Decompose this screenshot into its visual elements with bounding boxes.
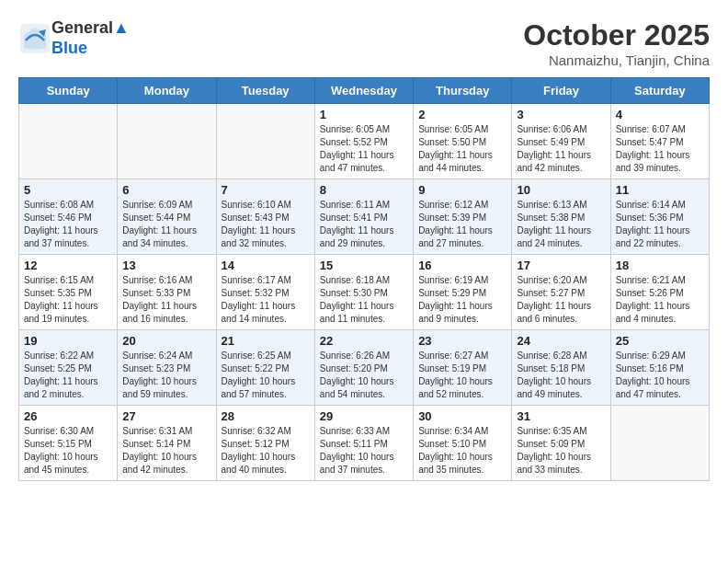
day-info: Sunrise: 6:35 AM Sunset: 5:09 PM Dayligh…	[517, 425, 605, 477]
calendar-cell-4-4: 22Sunrise: 6:26 AM Sunset: 5:20 PM Dayli…	[314, 330, 413, 406]
day-info: Sunrise: 6:17 AM Sunset: 5:32 PM Dayligh…	[222, 274, 310, 326]
calendar-cell-3-1: 12Sunrise: 6:15 AM Sunset: 5:35 PM Dayli…	[19, 255, 118, 330]
calendar-cell-1-3	[216, 104, 314, 179]
day-info: Sunrise: 6:26 AM Sunset: 5:20 PM Dayligh…	[320, 350, 408, 401]
logo: General▲ Blue	[18, 18, 130, 58]
logo-blue: ▲	[113, 18, 130, 37]
title-block: October 2025 Nanmaizhu, Tianjin, China	[523, 18, 710, 68]
day-info: Sunrise: 6:28 AM Sunset: 5:18 PM Dayligh…	[517, 350, 605, 401]
day-number: 26	[24, 409, 112, 423]
weekday-header-row: SundayMondayTuesdayWednesdayThursdayFrid…	[19, 78, 710, 104]
calendar-cell-3-6: 17Sunrise: 6:20 AM Sunset: 5:27 PM Dayli…	[512, 255, 610, 330]
calendar-cell-3-3: 14Sunrise: 6:17 AM Sunset: 5:32 PM Dayli…	[216, 255, 314, 330]
day-info: Sunrise: 6:21 AM Sunset: 5:26 PM Dayligh…	[616, 274, 704, 326]
day-number: 24	[517, 334, 605, 348]
day-info: Sunrise: 6:19 AM Sunset: 5:29 PM Dayligh…	[418, 274, 506, 326]
day-number: 5	[24, 183, 112, 197]
day-number: 29	[320, 409, 408, 423]
weekday-header-saturday: Saturday	[610, 78, 709, 104]
day-info: Sunrise: 6:08 AM Sunset: 5:46 PM Dayligh…	[24, 199, 112, 250]
calendar-cell-2-6: 10Sunrise: 6:13 AM Sunset: 5:38 PM Dayli…	[512, 179, 610, 255]
day-info: Sunrise: 6:30 AM Sunset: 5:15 PM Dayligh…	[24, 425, 112, 477]
calendar-cell-1-5: 2Sunrise: 6:05 AM Sunset: 5:50 PM Daylig…	[414, 104, 512, 179]
day-number: 22	[320, 334, 408, 348]
day-number: 21	[222, 334, 310, 348]
calendar-week-2: 5Sunrise: 6:08 AM Sunset: 5:46 PM Daylig…	[19, 179, 710, 255]
logo-line1: General	[51, 18, 113, 37]
calendar-cell-4-3: 21Sunrise: 6:25 AM Sunset: 5:22 PM Dayli…	[216, 330, 314, 406]
calendar-cell-4-5: 23Sunrise: 6:27 AM Sunset: 5:19 PM Dayli…	[414, 330, 512, 406]
day-number: 14	[222, 259, 310, 272]
calendar-cell-4-2: 20Sunrise: 6:24 AM Sunset: 5:23 PM Dayli…	[118, 330, 216, 406]
calendar-table: SundayMondayTuesdayWednesdayThursdayFrid…	[18, 77, 710, 481]
day-number: 16	[418, 259, 506, 272]
day-info: Sunrise: 6:16 AM Sunset: 5:33 PM Dayligh…	[122, 274, 210, 326]
calendar-cell-5-6: 31Sunrise: 6:35 AM Sunset: 5:09 PM Dayli…	[512, 406, 610, 481]
calendar-cell-3-7: 18Sunrise: 6:21 AM Sunset: 5:26 PM Dayli…	[610, 255, 709, 330]
calendar-cell-5-5: 30Sunrise: 6:34 AM Sunset: 5:10 PM Dayli…	[414, 406, 512, 481]
calendar-cell-1-4: 1Sunrise: 6:05 AM Sunset: 5:52 PM Daylig…	[314, 104, 413, 179]
calendar-cell-1-7: 4Sunrise: 6:07 AM Sunset: 5:47 PM Daylig…	[610, 104, 709, 179]
page-header: General▲ Blue October 2025 Nanmaizhu, Ti…	[18, 18, 710, 68]
day-number: 25	[616, 334, 704, 348]
day-number: 27	[122, 409, 210, 423]
calendar-cell-2-3: 7Sunrise: 6:10 AM Sunset: 5:43 PM Daylig…	[216, 179, 314, 255]
calendar-cell-3-4: 15Sunrise: 6:18 AM Sunset: 5:30 PM Dayli…	[314, 255, 413, 330]
day-info: Sunrise: 6:06 AM Sunset: 5:49 PM Dayligh…	[517, 123, 605, 175]
weekday-header-tuesday: Tuesday	[216, 78, 314, 104]
calendar-cell-2-5: 9Sunrise: 6:12 AM Sunset: 5:39 PM Daylig…	[414, 179, 512, 255]
day-info: Sunrise: 6:11 AM Sunset: 5:41 PM Dayligh…	[320, 199, 408, 250]
location-subtitle: Nanmaizhu, Tianjin, China	[523, 52, 710, 68]
day-info: Sunrise: 6:29 AM Sunset: 5:16 PM Dayligh…	[616, 350, 704, 401]
day-info: Sunrise: 6:05 AM Sunset: 5:52 PM Dayligh…	[320, 123, 408, 175]
calendar-cell-2-2: 6Sunrise: 6:09 AM Sunset: 5:44 PM Daylig…	[118, 179, 216, 255]
calendar-cell-2-1: 5Sunrise: 6:08 AM Sunset: 5:46 PM Daylig…	[19, 179, 118, 255]
calendar-cell-3-5: 16Sunrise: 6:19 AM Sunset: 5:29 PM Dayli…	[414, 255, 512, 330]
day-number: 7	[222, 183, 310, 197]
day-info: Sunrise: 6:33 AM Sunset: 5:11 PM Dayligh…	[320, 425, 408, 477]
day-info: Sunrise: 6:22 AM Sunset: 5:25 PM Dayligh…	[24, 350, 112, 401]
calendar-cell-1-2	[118, 104, 216, 179]
calendar-week-3: 12Sunrise: 6:15 AM Sunset: 5:35 PM Dayli…	[19, 255, 710, 330]
day-info: Sunrise: 6:34 AM Sunset: 5:10 PM Dayligh…	[418, 425, 506, 477]
day-info: Sunrise: 6:10 AM Sunset: 5:43 PM Dayligh…	[222, 199, 310, 250]
calendar-cell-5-3: 28Sunrise: 6:32 AM Sunset: 5:12 PM Dayli…	[216, 406, 314, 481]
day-info: Sunrise: 6:25 AM Sunset: 5:22 PM Dayligh…	[222, 350, 310, 401]
logo-text: General▲ Blue	[51, 18, 130, 58]
day-info: Sunrise: 6:13 AM Sunset: 5:38 PM Dayligh…	[517, 199, 605, 250]
day-number: 28	[222, 409, 310, 423]
day-info: Sunrise: 6:32 AM Sunset: 5:12 PM Dayligh…	[222, 425, 310, 477]
logo-line2: Blue	[51, 39, 130, 59]
day-number: 13	[122, 259, 210, 272]
day-number: 8	[320, 183, 408, 197]
calendar-cell-4-1: 19Sunrise: 6:22 AM Sunset: 5:25 PM Dayli…	[19, 330, 118, 406]
day-number: 3	[517, 108, 605, 121]
calendar-cell-1-1	[19, 104, 118, 179]
weekday-header-sunday: Sunday	[19, 78, 118, 104]
day-info: Sunrise: 6:14 AM Sunset: 5:36 PM Dayligh…	[616, 199, 704, 250]
day-number: 18	[616, 259, 704, 272]
day-number: 23	[418, 334, 506, 348]
day-number: 12	[24, 259, 112, 272]
day-number: 31	[517, 409, 605, 423]
calendar-cell-4-7: 25Sunrise: 6:29 AM Sunset: 5:16 PM Dayli…	[610, 330, 709, 406]
day-info: Sunrise: 6:12 AM Sunset: 5:39 PM Dayligh…	[418, 199, 506, 250]
day-number: 19	[24, 334, 112, 348]
day-info: Sunrise: 6:15 AM Sunset: 5:35 PM Dayligh…	[24, 274, 112, 326]
day-info: Sunrise: 6:24 AM Sunset: 5:23 PM Dayligh…	[122, 350, 210, 401]
calendar-cell-3-2: 13Sunrise: 6:16 AM Sunset: 5:33 PM Dayli…	[118, 255, 216, 330]
weekday-header-wednesday: Wednesday	[314, 78, 413, 104]
day-number: 15	[320, 259, 408, 272]
calendar-cell-2-4: 8Sunrise: 6:11 AM Sunset: 5:41 PM Daylig…	[314, 179, 413, 255]
calendar-cell-5-4: 29Sunrise: 6:33 AM Sunset: 5:11 PM Dayli…	[314, 406, 413, 481]
day-number: 17	[517, 259, 605, 272]
calendar-cell-5-2: 27Sunrise: 6:31 AM Sunset: 5:14 PM Dayli…	[118, 406, 216, 481]
logo-icon	[18, 22, 51, 55]
calendar-cell-5-7	[610, 406, 709, 481]
day-info: Sunrise: 6:07 AM Sunset: 5:47 PM Dayligh…	[616, 123, 704, 175]
calendar-week-1: 1Sunrise: 6:05 AM Sunset: 5:52 PM Daylig…	[19, 104, 710, 179]
day-number: 4	[616, 108, 704, 121]
day-info: Sunrise: 6:09 AM Sunset: 5:44 PM Dayligh…	[122, 199, 210, 250]
day-number: 9	[418, 183, 506, 197]
day-number: 20	[122, 334, 210, 348]
